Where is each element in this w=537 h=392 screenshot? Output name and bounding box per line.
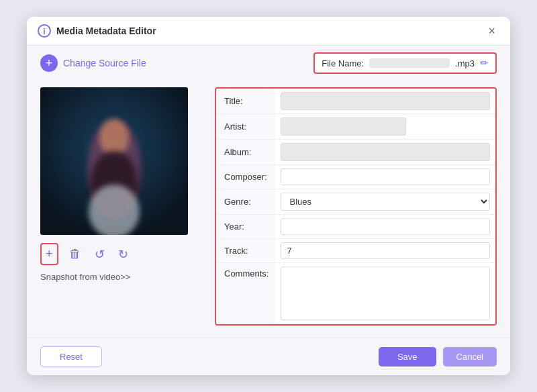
add-art-button[interactable]: + bbox=[40, 243, 58, 265]
svg-text:i: i bbox=[43, 27, 45, 36]
artist-value-cell bbox=[275, 114, 495, 140]
svg-point-5 bbox=[99, 119, 129, 156]
title-input-blurred bbox=[281, 92, 490, 110]
footer-right: Save Cancel bbox=[379, 347, 497, 366]
cancel-button[interactable]: Cancel bbox=[443, 347, 497, 366]
filename-extension: .mp3 bbox=[455, 58, 475, 68]
year-input[interactable] bbox=[281, 218, 490, 235]
fields-grid: Title: Artist: Album: Composer: bbox=[215, 87, 497, 326]
filename-value bbox=[369, 58, 450, 68]
track-label: Track: bbox=[216, 239, 275, 263]
album-art-container bbox=[40, 87, 188, 235]
close-button[interactable]: × bbox=[484, 23, 499, 38]
filename-box: File Name: .mp3 ✏ bbox=[313, 52, 497, 74]
album-art bbox=[40, 87, 188, 235]
album-label: Album: bbox=[216, 140, 275, 165]
change-source-label: Change Source File bbox=[63, 58, 146, 68]
track-input[interactable] bbox=[281, 242, 490, 259]
title-label: Title: bbox=[216, 89, 275, 114]
info-icon: i bbox=[38, 24, 51, 38]
delete-art-button[interactable]: 🗑 bbox=[66, 244, 84, 264]
comments-input[interactable] bbox=[281, 266, 490, 320]
dialog-title: Media Metadata Editor bbox=[56, 26, 156, 36]
title-bar-left: i Media Metadata Editor bbox=[38, 24, 156, 38]
composer-value-cell bbox=[275, 165, 495, 189]
snapshot-link[interactable]: Snapshot from video>> bbox=[40, 272, 130, 282]
genre-select[interactable]: Blues Classical Country Electronic Folk … bbox=[281, 193, 490, 211]
art-controls: + 🗑 ↺ ↻ bbox=[40, 243, 131, 265]
left-panel: + 🗑 ↺ ↻ Snapshot from video>> bbox=[40, 87, 201, 331]
change-source-button[interactable]: + Change Source File bbox=[40, 54, 146, 72]
reset-button[interactable]: Reset bbox=[40, 346, 102, 367]
filename-label: File Name: bbox=[322, 58, 364, 68]
add-source-icon: + bbox=[40, 54, 58, 72]
genre-value-cell: Blues Classical Country Electronic Folk … bbox=[275, 189, 495, 215]
comments-label: Comments: bbox=[216, 263, 275, 324]
title-bar: i Media Metadata Editor × bbox=[27, 17, 510, 46]
footer: Reset Save Cancel bbox=[27, 338, 510, 375]
year-label: Year: bbox=[216, 215, 275, 239]
media-metadata-dialog: i Media Metadata Editor × + Change Sourc… bbox=[27, 17, 510, 375]
album-input-blurred bbox=[281, 143, 490, 161]
artist-label: Artist: bbox=[216, 114, 275, 140]
toolbar: + Change Source File File Name: .mp3 ✏ bbox=[27, 46, 510, 81]
genre-label: Genre: bbox=[216, 189, 275, 215]
album-value-cell bbox=[275, 140, 495, 165]
year-value-cell bbox=[275, 215, 495, 239]
main-content: + 🗑 ↺ ↻ Snapshot from video>> Title: Art… bbox=[27, 81, 510, 338]
save-button[interactable]: Save bbox=[379, 347, 436, 366]
track-value-cell bbox=[275, 239, 495, 263]
undo-button[interactable]: ↺ bbox=[92, 244, 107, 264]
comments-value-cell bbox=[275, 263, 495, 324]
composer-label: Composer: bbox=[216, 165, 275, 189]
right-panel: Title: Artist: Album: Composer: bbox=[215, 87, 497, 331]
redo-button[interactable]: ↻ bbox=[115, 244, 131, 264]
artist-input-blurred bbox=[281, 117, 406, 136]
edit-filename-icon[interactable]: ✏ bbox=[480, 57, 489, 69]
composer-input[interactable] bbox=[281, 168, 490, 185]
title-value-cell bbox=[275, 89, 495, 114]
